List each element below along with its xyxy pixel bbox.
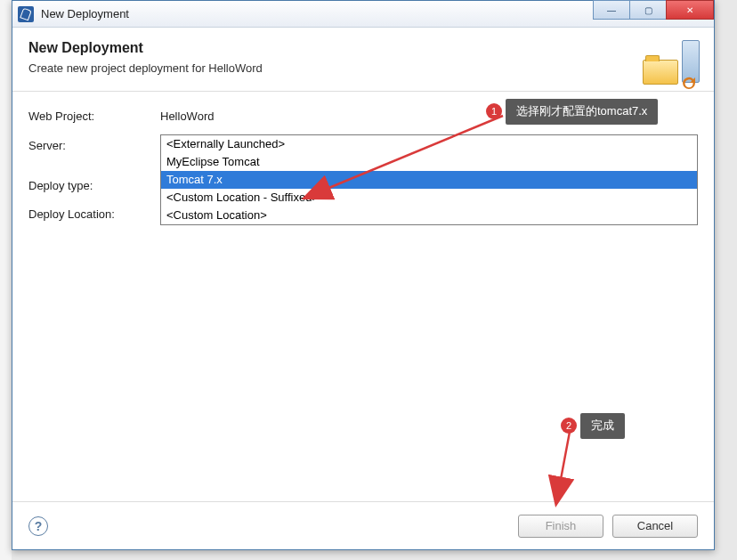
- server-option[interactable]: <Custom Location>: [161, 207, 697, 224]
- annotation-badge-2: 2: [561, 418, 577, 434]
- close-button[interactable]: ✕: [666, 0, 714, 20]
- titlebar[interactable]: New Deployment — ▢ ✕: [12, 1, 714, 28]
- server-option[interactable]: Tomcat 7.x: [161, 171, 697, 189]
- header-panel: New Deployment Create new project deploy…: [12, 28, 714, 92]
- row-deploy-location: Deploy Location:: [28, 204, 160, 223]
- server-option[interactable]: MyEclipse Tomcat: [161, 153, 697, 171]
- refresh-arrow-icon: [680, 74, 698, 92]
- deploy-type-label: Deploy type:: [28, 179, 160, 192]
- dialog-window: New Deployment — ▢ ✕ New Deployment Crea…: [12, 0, 715, 550]
- annotation-callout-1: 1 选择刚才配置的tomcat7.x: [506, 99, 658, 125]
- server-option[interactable]: <Externally Launched>: [161, 135, 697, 153]
- server-option[interactable]: <Custom Location - Suffixed>: [161, 189, 697, 207]
- window-controls: — ▢ ✕: [594, 0, 714, 20]
- row-deploy-type: Deploy type:: [28, 175, 160, 195]
- server-dropdown-list[interactable]: <Externally Launched>MyEclipse TomcatTom…: [160, 134, 698, 225]
- cancel-button[interactable]: Cancel: [612, 515, 698, 538]
- web-project-label: Web Project:: [28, 110, 160, 123]
- finish-button[interactable]: Finish: [518, 515, 603, 538]
- button-bar: ? Finish Cancel: [12, 501, 714, 549]
- background-editor-strip: [0, 0, 12, 560]
- deployment-icon: [643, 40, 700, 90]
- deploy-location-label: Deploy Location:: [28, 207, 160, 221]
- annotation-text-2: 完成: [591, 418, 614, 434]
- server-label: Server:: [28, 139, 160, 152]
- app-icon: [18, 6, 34, 22]
- minimize-button[interactable]: —: [593, 0, 630, 20]
- help-button[interactable]: ?: [28, 516, 48, 536]
- web-project-value: HelloWord: [160, 110, 214, 123]
- folder-icon: [643, 60, 678, 85]
- maximize-button[interactable]: ▢: [629, 0, 667, 20]
- annotation-badge-1: 1: [486, 103, 502, 119]
- window-title: New Deployment: [41, 7, 129, 20]
- annotation-callout-2: 2 完成: [580, 413, 625, 439]
- page-title: New Deployment: [28, 40, 698, 56]
- page-subtitle: Create new project deployment for HelloW…: [28, 61, 698, 75]
- annotation-text-1: 选择刚才配置的tomcat7.x: [516, 103, 647, 119]
